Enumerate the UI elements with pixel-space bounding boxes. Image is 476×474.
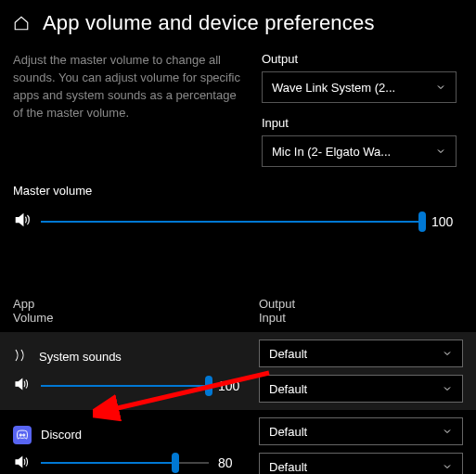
app-input-dropdown[interactable]: Default	[259, 453, 463, 474]
app-output-value: Default	[269, 347, 307, 361]
column-volume-label: Volume	[13, 311, 259, 325]
input-device-dropdown[interactable]: Mic In (2- Elgato Wa...	[262, 135, 457, 167]
discord-icon	[13, 426, 32, 444]
app-volume-slider[interactable]	[41, 454, 209, 472]
output-device-dropdown[interactable]: Wave Link System (2...	[262, 71, 457, 103]
svg-point-1	[23, 434, 25, 436]
app-output-dropdown[interactable]: Default	[259, 339, 463, 367]
chevron-down-icon	[442, 383, 453, 394]
app-name: Discord	[41, 428, 82, 442]
master-volume-slider[interactable]	[41, 212, 422, 231]
output-device-value: Wave Link System (2...	[272, 81, 395, 95]
speaker-icon[interactable]	[13, 454, 32, 473]
page-title: App volume and device preferences	[43, 11, 375, 35]
chevron-down-icon	[442, 426, 453, 437]
speaker-icon[interactable]	[13, 211, 32, 232]
chevron-down-icon	[435, 82, 446, 93]
master-volume-label: Master volume	[13, 184, 463, 198]
app-volume-value: 80	[218, 455, 250, 470]
app-output-dropdown[interactable]: Default	[259, 417, 463, 445]
app-volume-slider[interactable]	[41, 377, 209, 395]
master-volume-value: 100	[431, 214, 463, 229]
svg-point-0	[19, 434, 21, 436]
column-app-label: App	[13, 297, 259, 311]
chevron-down-icon	[442, 461, 453, 472]
app-name: System sounds	[39, 350, 122, 364]
system-sounds-icon	[13, 347, 30, 366]
column-output-label: Output	[259, 297, 463, 311]
app-row-system-sounds: System sounds 100 Default Default	[0, 332, 476, 410]
input-label: Input	[262, 116, 457, 130]
input-device-value: Mic In (2- Elgato Wa...	[272, 145, 391, 159]
app-input-value: Default	[269, 460, 307, 474]
app-volume-value: 100	[218, 378, 250, 393]
app-row-discord: Discord 80 Default Default	[0, 410, 476, 474]
app-input-value: Default	[269, 382, 307, 396]
chevron-down-icon	[435, 146, 446, 157]
app-input-dropdown[interactable]: Default	[259, 375, 463, 403]
chevron-down-icon	[442, 348, 453, 359]
home-icon[interactable]	[13, 15, 30, 32]
output-label: Output	[262, 52, 457, 66]
column-input-label: Input	[259, 311, 463, 325]
app-output-value: Default	[269, 425, 307, 439]
speaker-icon[interactable]	[13, 376, 32, 395]
description-text: Adjust the master volume to change all s…	[13, 52, 245, 180]
